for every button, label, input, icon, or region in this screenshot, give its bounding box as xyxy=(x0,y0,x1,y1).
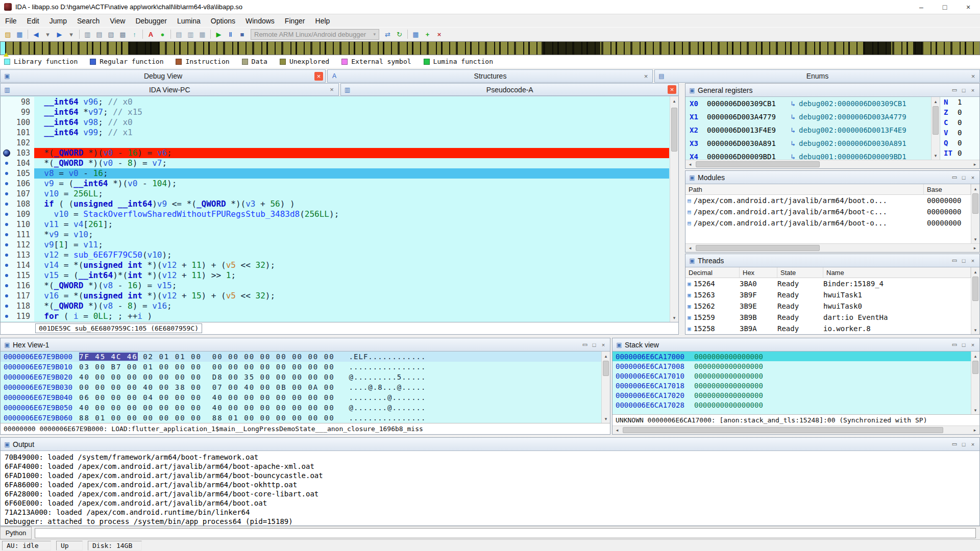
close-icon[interactable]: × xyxy=(968,173,977,182)
refresh-icon[interactable]: ↻ xyxy=(394,29,405,40)
close-icon[interactable]: × xyxy=(668,85,676,94)
jump-up-icon[interactable]: ↑ xyxy=(129,29,140,40)
close-button[interactable]: × xyxy=(957,0,980,14)
scroll-right-icon[interactable]: ▸ xyxy=(970,244,979,252)
threads-titlebar[interactable]: ▣ Threads ▭ □ × xyxy=(685,254,979,267)
print-icon[interactable]: ▩ xyxy=(117,29,129,40)
register-row[interactable]: X40000006D00009BD1↳debug001:0000006D0000… xyxy=(685,150,931,160)
scroll-down-icon[interactable]: ▾ xyxy=(971,235,979,243)
stack-hscrollbar[interactable]: ◂ ▸ xyxy=(612,425,979,434)
hex-row[interactable]: 0000006E67E9B02040 00 00 00 00 00 00 00 … xyxy=(1,372,601,382)
pause-process-icon[interactable]: ‖ xyxy=(225,29,236,40)
scroll-right-icon[interactable]: ▸ xyxy=(970,160,979,168)
module-row[interactable]: ▤/apex/com.android.art/javalib/arm64/boo… xyxy=(685,217,971,229)
text-search-icon[interactable]: A xyxy=(145,29,157,40)
close-icon[interactable]: × xyxy=(642,72,650,81)
hex-row[interactable]: 0000006E67E9B01003 00 B7 00 01 00 00 00 … xyxy=(1,362,601,372)
registers-hscrollbar[interactable]: ◂ ▸ xyxy=(685,160,979,168)
scroll-thumb[interactable] xyxy=(623,427,943,433)
threads-header-name[interactable]: Name xyxy=(823,267,971,278)
new-file-icon[interactable]: ▨ xyxy=(2,29,14,40)
code-line[interactable]: 104 *(_QWORD *)(v0 - 8) = v7; xyxy=(1,158,669,168)
code-line[interactable]: 112 v9[1] = v11; xyxy=(1,240,669,250)
register-link[interactable]: debug002:0000006D0013F4E9 xyxy=(799,126,906,134)
watch-list-icon[interactable]: ▥ xyxy=(185,29,197,40)
stack-row[interactable]: 0000006E6CA170280000000000000000 xyxy=(612,400,971,410)
close-icon[interactable]: × xyxy=(968,340,977,349)
undock-icon[interactable]: ▭ xyxy=(950,256,959,265)
stack-row[interactable]: 0000006E6CA170080000000000000000 xyxy=(612,361,971,371)
code-scrollbar[interactable]: ▴ ▾ xyxy=(670,96,678,322)
close-icon[interactable]: × xyxy=(599,340,608,349)
back-history-icon[interactable]: ▾ xyxy=(42,29,54,40)
scroll-up-icon[interactable]: ▴ xyxy=(971,184,979,193)
maximize-icon[interactable]: □ xyxy=(590,340,599,349)
menu-item-windows[interactable]: Windows xyxy=(240,15,280,27)
register-link[interactable]: debug002:0000006D003A4779 xyxy=(799,113,906,121)
hex-view-titlebar[interactable]: ▣ Hex View-1 ▭ □ × xyxy=(1,338,610,352)
scroll-down-icon[interactable]: ▾ xyxy=(670,313,678,322)
code-line[interactable]: 110 v11 = v4[261]; xyxy=(1,219,669,230)
close-icon[interactable]: × xyxy=(968,440,977,449)
scroll-thumb[interactable] xyxy=(972,277,978,301)
code-line[interactable]: 116 *(_QWORD *)(v8 - 16) = v15; xyxy=(1,281,669,291)
code-line[interactable]: 117 v16 = *(unsigned int *)(v12 + 15) + … xyxy=(1,291,669,301)
code-line[interactable]: 111 *v9 = v10; xyxy=(1,230,669,240)
register-row[interactable]: X00000006D00309CB1↳debug002:0000006D0030… xyxy=(685,97,931,110)
code-line[interactable]: 101 __int64 v99; // x1 xyxy=(1,128,669,138)
trace-window-icon[interactable]: ▦ xyxy=(197,29,208,40)
threads-header-hex[interactable]: Hex xyxy=(740,267,777,278)
scroll-thumb[interactable] xyxy=(603,361,609,376)
attach-icon[interactable]: ⇄ xyxy=(382,29,394,40)
save-icon[interactable]: ▦ xyxy=(14,29,26,40)
threads-header-state[interactable]: State xyxy=(777,267,823,278)
tab-structures[interactable]: AStructures× xyxy=(327,69,653,83)
hex-row[interactable]: 0000006E67E9B05040 00 00 00 00 00 00 00 … xyxy=(1,403,601,413)
menu-item-edit[interactable]: Edit xyxy=(22,15,44,27)
stop-process-icon[interactable]: ■ xyxy=(236,29,248,40)
register-row[interactable]: X30000006D0030A891↳debug002:0000006D0030… xyxy=(685,137,931,150)
breakpoint-gutter[interactable] xyxy=(1,148,14,158)
registers-vscrollbar[interactable]: ▴ ▾ xyxy=(931,97,940,160)
thread-row[interactable]: ▣152583B9AReadyio.worker.8 xyxy=(685,323,971,334)
thread-row[interactable]: ▣152643BA0ReadyBinder:15189_4 xyxy=(685,278,971,289)
breakpoint-icon[interactable] xyxy=(3,149,10,157)
scroll-left-icon[interactable]: ◂ xyxy=(685,244,695,252)
maximize-icon[interactable]: □ xyxy=(959,86,968,95)
modules-header-path[interactable]: Path xyxy=(685,184,924,194)
registers-titlebar[interactable]: ▣ General registers ▭ □ × xyxy=(685,84,979,97)
menu-item-finger[interactable]: Finger xyxy=(280,15,310,27)
menu-item-help[interactable]: Help xyxy=(310,15,335,27)
maximize-icon[interactable]: □ xyxy=(959,256,968,265)
scroll-thumb[interactable] xyxy=(972,193,978,214)
debugger-selector[interactable]: Remote ARM Linux/Android debugger▾ xyxy=(251,29,379,40)
menu-item-lumina[interactable]: Lumina xyxy=(172,15,206,27)
register-row[interactable]: X20000006D0013F4E9↳debug002:0000006D0013… xyxy=(685,123,931,137)
thread-row[interactable]: ▣152633B9FReadyhwuiTask1 xyxy=(685,289,971,300)
scroll-up-icon[interactable]: ▴ xyxy=(971,352,979,360)
register-link[interactable]: debug001:0000006D00009BD1 xyxy=(799,153,906,160)
undock-icon[interactable]: ▭ xyxy=(580,340,590,349)
snapshot-icon[interactable]: ▧ xyxy=(105,29,117,40)
forward-history-icon[interactable]: ▾ xyxy=(65,29,77,40)
scroll-right-icon[interactable]: ▸ xyxy=(970,426,979,434)
scroll-thumb[interactable] xyxy=(696,161,820,167)
code-line[interactable]: 107 v10 = 256LL; xyxy=(1,189,669,199)
undock-icon[interactable]: ▭ xyxy=(950,440,959,449)
scroll-left-icon[interactable]: ◂ xyxy=(685,160,695,168)
maximize-icon[interactable]: □ xyxy=(959,440,968,449)
stack-row[interactable]: 0000006E6CA170100000000000000000 xyxy=(612,371,971,381)
code-line[interactable]: 98 __int64 v96; // x0 xyxy=(1,97,669,107)
menu-item-file[interactable]: File xyxy=(0,15,22,27)
menu-item-debugger[interactable]: Debugger xyxy=(130,15,172,27)
lumina-icon[interactable]: ● xyxy=(157,29,168,40)
register-link[interactable]: debug002:0000006D0030A891 xyxy=(799,139,906,147)
hex-vscrollbar[interactable]: ▴ ▾ xyxy=(601,352,610,423)
scroll-track[interactable] xyxy=(695,244,970,252)
stack-view-titlebar[interactable]: ▣ Stack view ▭ □ × xyxy=(612,338,979,352)
scroll-up-icon[interactable]: ▴ xyxy=(971,267,979,276)
code-line[interactable]: 106 v9 = (__int64 *)(v0 - 104); xyxy=(1,179,669,189)
scroll-thumb[interactable] xyxy=(696,245,820,251)
scroll-thumb[interactable] xyxy=(671,108,677,152)
back-icon[interactable]: ◀ xyxy=(30,29,42,40)
